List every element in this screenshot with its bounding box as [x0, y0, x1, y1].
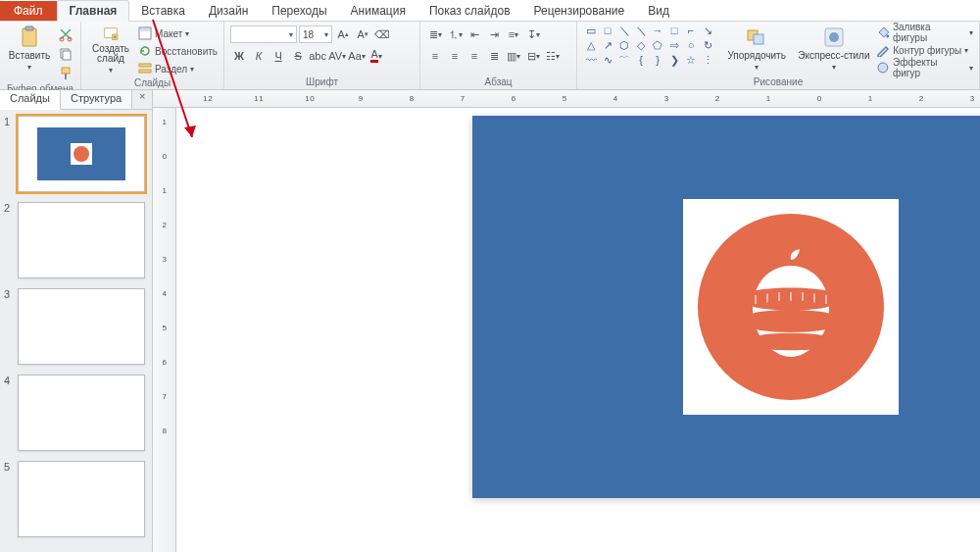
panel-close-button[interactable]: ×: [132, 90, 152, 109]
clear-formatting-button[interactable]: ⌫: [373, 25, 391, 43]
tab-review[interactable]: Рецензирование: [522, 1, 637, 21]
align-center-button[interactable]: ≡: [446, 47, 464, 65]
eraser-icon: ⌫: [374, 28, 390, 41]
increase-indent-button[interactable]: ⇥: [485, 25, 503, 43]
effects-icon: [876, 61, 890, 75]
group-slides-label: Слайды: [87, 76, 218, 90]
char-spacing-button[interactable]: AV▾: [328, 47, 346, 65]
group-paragraph: ≣▾ ⒈▾ ⇤ ⇥ ≡▾ ↧▾ ≡ ≡ ≡ ≣ ▥▾ ⊟▾ ☷▾ Абза: [420, 22, 577, 89]
svg-rect-13: [139, 70, 151, 73]
shape-outline-button[interactable]: Контур фигуры ▾: [876, 42, 973, 58]
copy-button[interactable]: [57, 45, 74, 63]
shrink-font-button[interactable]: A▾: [354, 25, 371, 43]
group-paragraph-label: Абзац: [426, 75, 570, 89]
paste-button[interactable]: Вставить ▾: [6, 24, 53, 75]
thumbnail-item[interactable]: 3: [4, 288, 148, 365]
tab-slideshow[interactable]: Показ слайдов: [417, 1, 522, 21]
shape-effects-button[interactable]: Эффекты фигур ▾: [876, 60, 973, 75]
thumbnail-item[interactable]: 2: [4, 202, 148, 278]
thumbnail-1[interactable]: [18, 116, 145, 192]
quick-styles-label: Экспресс-стили: [798, 51, 869, 62]
justify-button[interactable]: ≣: [485, 47, 503, 65]
group-font: ▾ 18▾ A▴ A▾ ⌫ Ж К Ч S abc AV▾ Aa▾ A▾: [224, 22, 420, 89]
format-painter-icon: [58, 66, 74, 81]
inserted-image[interactable]: [683, 199, 899, 415]
arrange-button[interactable]: Упорядочить▾: [722, 24, 792, 75]
shape-fill-button[interactable]: Заливка фигуры ▾: [876, 25, 973, 40]
cut-button[interactable]: [57, 25, 74, 43]
tab-animation[interactable]: Анимация: [339, 1, 417, 21]
underline-button[interactable]: Ч: [270, 47, 287, 65]
shadow-button[interactable]: abc: [309, 47, 326, 65]
group-font-label: Шрифт: [230, 75, 414, 89]
thumbnail-number: 3: [4, 288, 14, 365]
layout-button[interactable]: Макет ▾: [138, 25, 218, 41]
line-spacing-button[interactable]: ≡▾: [505, 25, 522, 43]
columns-button[interactable]: ▥▾: [505, 47, 522, 65]
bullets-button[interactable]: ≣▾: [426, 25, 444, 43]
bold-button[interactable]: Ж: [230, 47, 248, 65]
text-direction-button[interactable]: ↧▾: [524, 25, 542, 43]
thumbnail-2[interactable]: [18, 202, 145, 278]
slide-canvas[interactable]: [176, 108, 980, 552]
thumbnail-item[interactable]: 1: [4, 116, 148, 192]
align-text-button[interactable]: ⊟▾: [524, 47, 542, 65]
align-left-button[interactable]: ≡: [426, 47, 444, 65]
thumbnail-4[interactable]: [18, 375, 145, 451]
svg-rect-5: [63, 51, 71, 60]
arrange-icon: [743, 25, 770, 49]
tab-file[interactable]: Файл: [0, 1, 57, 21]
numbering-button[interactable]: ⒈▾: [446, 25, 464, 43]
chevron-down-icon: ▾: [27, 64, 31, 72]
font-color-icon: A: [370, 49, 377, 63]
font-size-combo[interactable]: 18▾: [299, 25, 332, 43]
vertical-ruler[interactable]: 1012345678: [153, 108, 176, 552]
grow-font-button[interactable]: A▴: [334, 25, 352, 43]
smartart-button[interactable]: ☷▾: [544, 47, 562, 65]
shapes-gallery[interactable]: ▭□＼＼→□⌐↘ △↗⬡◇⬠⇨○↻ 〰∿﹋{}❯☆⋮: [583, 24, 718, 67]
align-right-button[interactable]: ≡: [466, 47, 483, 65]
thumbnail-5[interactable]: [18, 461, 145, 537]
panel-tab-outline[interactable]: Структура: [61, 90, 132, 109]
svg-point-17: [829, 32, 839, 42]
thumbnail-number: 2: [4, 202, 14, 278]
quick-styles-button[interactable]: Экспресс-стили▾: [796, 24, 873, 75]
slide[interactable]: [472, 116, 980, 498]
thumbnail-list[interactable]: 1 2 3 4 5: [0, 110, 152, 552]
group-drawing-label: Рисование: [583, 75, 973, 89]
horizontal-ruler[interactable]: 12111098765432101234567891011: [153, 90, 980, 108]
italic-button[interactable]: К: [250, 47, 268, 65]
svg-point-19: [878, 63, 888, 73]
font-name-combo[interactable]: ▾: [230, 25, 297, 43]
chevron-down-icon: ▾: [109, 67, 113, 75]
arrange-label: Упорядочить: [727, 51, 786, 62]
tab-home[interactable]: Главная: [57, 0, 130, 22]
reset-button[interactable]: Восстановить: [138, 43, 218, 59]
thumbnail-item[interactable]: 4: [4, 375, 148, 451]
layout-label: Макет: [155, 28, 182, 39]
group-drawing: ▭□＼＼→□⌐↘ △↗⬡◇⬠⇨○↻ 〰∿﹋{}❯☆⋮ Упорядочить▾ …: [577, 22, 980, 89]
copy-icon: [58, 46, 74, 62]
svg-rect-12: [139, 64, 151, 67]
font-color-button[interactable]: A▾: [368, 47, 385, 65]
thumbnail-item[interactable]: 5: [4, 461, 148, 537]
tab-design[interactable]: Дизайн: [197, 1, 260, 21]
slide-panel-tabs: Слайды Структура ×: [0, 90, 152, 110]
thumbnail-number: 1: [4, 116, 14, 192]
tab-insert[interactable]: Вставка: [129, 1, 197, 21]
thumbnail-number: 5: [4, 461, 14, 537]
new-slide-label: Создать слайд: [92, 44, 129, 65]
panel-tab-slides[interactable]: Слайды: [0, 90, 61, 110]
tab-transitions[interactable]: Переходы: [260, 1, 338, 21]
thumbnail-3[interactable]: [18, 288, 145, 365]
change-case-button[interactable]: Aa▾: [348, 47, 366, 65]
close-icon: ×: [139, 90, 145, 102]
tab-view[interactable]: Вид: [636, 1, 681, 21]
strike-button[interactable]: S: [289, 47, 307, 65]
new-slide-button[interactable]: Создать слайд ▾: [87, 24, 134, 75]
decrease-indent-button[interactable]: ⇤: [466, 25, 483, 43]
pen-icon: [876, 43, 890, 57]
section-button[interactable]: Раздел ▾: [138, 61, 218, 76]
shape-fill-label: Заливка фигуры: [893, 22, 966, 43]
format-painter-button[interactable]: [57, 65, 74, 82]
